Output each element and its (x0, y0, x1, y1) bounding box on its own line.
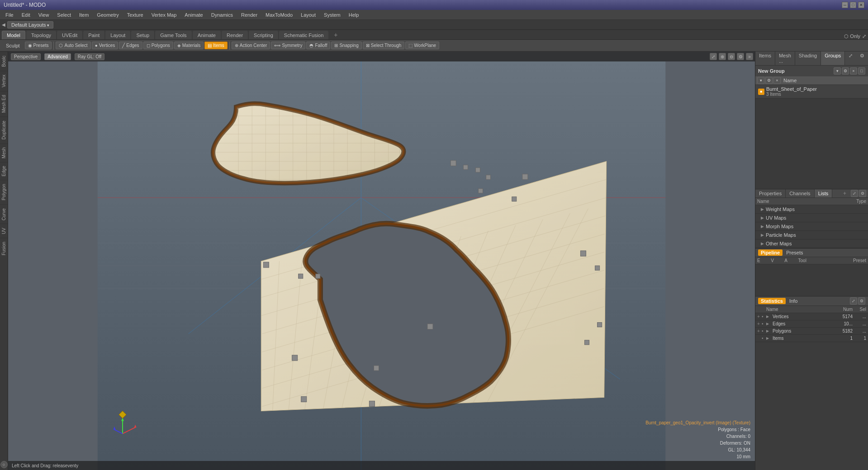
viewport-zoom-out-icon[interactable]: ⊖ (728, 53, 735, 60)
stats-settings-icon[interactable]: ⚙ (858, 297, 865, 305)
select-through-button[interactable]: ⊠ Select Through (363, 42, 405, 49)
rp-tab-shading[interactable]: Shading (795, 52, 821, 65)
left-tab-curve[interactable]: Curve (0, 204, 8, 224)
menu-texture[interactable]: Texture (123, 11, 147, 19)
tab-animate[interactable]: Animate (193, 31, 221, 39)
top-right-expand[interactable]: ⤢ (862, 33, 866, 39)
tab-schematic[interactable]: Schematic Fusion (279, 31, 328, 39)
menu-help[interactable]: Help (345, 11, 363, 19)
tab-uvedit[interactable]: UVEdit (57, 31, 82, 39)
tab-setup[interactable]: Setup (131, 31, 154, 39)
rp-top-section: Items Mesh ... Shading Groups ⤢ ⚙ New Gr… (755, 52, 868, 189)
rp-mid-tab-lists[interactable]: Lists (815, 189, 833, 197)
tab-game-tools[interactable]: Game Tools (155, 31, 192, 39)
menu-item[interactable]: Item (76, 11, 92, 19)
menu-select[interactable]: Select (53, 11, 75, 19)
falloff-button[interactable]: ◓ Falloff (306, 42, 330, 49)
menu-render[interactable]: Render (237, 11, 261, 19)
restore-button[interactable]: □ (850, 2, 856, 8)
viewport-raygl-btn[interactable]: Ray GL: Off (75, 53, 105, 60)
materials-button[interactable]: ◈ Materials (174, 42, 204, 49)
rp-mid-tab-channels[interactable]: Channels (786, 189, 814, 197)
rp-hbtn2-3[interactable]: × (773, 77, 781, 84)
close-button[interactable]: ✕ (858, 2, 864, 8)
rp-list-uv-maps[interactable]: ▶ UV Maps (755, 214, 868, 222)
rp-hbtn-2[interactable]: ⚙ (842, 67, 849, 75)
rp-statistics-section: Statistics Info ⤢ ⚙ Name Num Sel + • ▶ V… (755, 296, 868, 470)
polygons-button[interactable]: ◻ Polygons (143, 42, 173, 49)
rp-hbtn2-2[interactable]: ⚙ (765, 77, 773, 84)
viewport-advanced-btn[interactable]: Advanced (44, 53, 71, 60)
menu-system[interactable]: System (320, 11, 344, 19)
menu-vertex-map[interactable]: Vertex Map (148, 11, 180, 19)
rp-tab-settings[interactable]: ⚙ (856, 52, 868, 65)
tab-add-button[interactable]: + (331, 30, 340, 39)
viewport-more-icon[interactable]: » (746, 53, 753, 60)
menu-layout[interactable]: Layout (297, 11, 319, 19)
symmetry-button[interactable]: ⟺ Symmetry (271, 42, 305, 49)
tab-topology[interactable]: Topology (26, 31, 56, 39)
menu-edit[interactable]: Edit (18, 11, 34, 19)
snapping-button[interactable]: ⊞ Snapping (331, 42, 361, 49)
rp-hbtn-1[interactable]: ▾ (834, 67, 841, 75)
rp-list-particle-maps[interactable]: ▶ Particle Maps (755, 231, 868, 240)
workplane-label: WorkPlane (414, 43, 436, 48)
rp-mid-tab-properties[interactable]: Properties (755, 189, 786, 197)
menu-animate[interactable]: Animate (181, 11, 206, 19)
rp-mid-icon-expand[interactable]: ⤢ (851, 190, 858, 197)
left-tab-meshed[interactable]: Mesh Ed (0, 91, 8, 116)
menu-view[interactable]: View (35, 11, 53, 19)
left-tab-uv[interactable]: UV (0, 224, 8, 238)
svg-rect-33 (316, 274, 320, 278)
sculpt-button[interactable]: Sculpt (2, 42, 24, 50)
menu-dynamics[interactable]: Dynamics (208, 11, 237, 19)
menu-maxtomodo[interactable]: MaxToModo (262, 11, 296, 19)
rp-hbtn-3[interactable]: × (850, 67, 857, 75)
rp-tab-items[interactable]: Items (755, 52, 775, 65)
rp-mid-add-button[interactable]: + (840, 189, 849, 197)
vertices-button[interactable]: ● Vertices (92, 42, 119, 49)
minimize-button[interactable]: ─ (842, 2, 848, 8)
rp-tab-groups[interactable]: Groups (821, 52, 845, 65)
left-panel-expand[interactable]: ○ (0, 461, 8, 468)
rp-list-other-maps[interactable]: ▶ Other Maps (755, 240, 868, 248)
rp-burnt-paper-item[interactable]: ■ Burnt_Sheet_of_Paper 3 Items (755, 85, 868, 99)
tab-model[interactable]: Model (2, 31, 25, 39)
left-tab-fusion[interactable]: Fusion (0, 238, 8, 259)
menu-geometry[interactable]: Geometry (93, 11, 122, 19)
edges-button[interactable]: ╱ Edges (119, 42, 142, 49)
auto-select-button[interactable]: ⬡ Auto Select (56, 42, 90, 49)
layout-arrow-left[interactable]: ◀ (2, 22, 5, 27)
tab-paint[interactable]: Paint (83, 31, 104, 39)
tab-layout[interactable]: Layout (105, 31, 130, 39)
left-tab-duplicate[interactable]: Duplicate (0, 117, 8, 143)
left-tab-basic[interactable]: Boolc (0, 52, 8, 70)
presets-button[interactable]: ◉ Presets (25, 42, 52, 49)
workplane-button[interactable]: ⬚ WorkPlane (405, 42, 439, 49)
rp-mid-icon-settings[interactable]: ⚙ (859, 190, 866, 197)
viewport-zoom-in-icon[interactable]: ⊕ (719, 53, 726, 60)
action-center-button[interactable]: ⊕ Action Center (232, 42, 270, 49)
left-tab-polygon[interactable]: Polygon (0, 180, 8, 204)
rp-header-row2: ▾ ⚙ × Name (755, 76, 868, 85)
tab-render[interactable]: Render (222, 31, 248, 39)
rp-hbtn-4[interactable]: □ (858, 67, 865, 75)
menu-file[interactable]: File (2, 11, 17, 19)
left-tab-mesh[interactable]: Mesh (0, 143, 8, 162)
rp-tab-mesh[interactable]: Mesh ... (775, 52, 795, 65)
rp-tab-expand[interactable]: ⤢ (845, 52, 856, 65)
viewport-3d[interactable]: Perspective Advanced Ray GL: Off ⤢ ⊕ ⊖ ⚙… (8, 52, 755, 470)
svg-rect-45 (522, 174, 528, 179)
layout-dropdown[interactable]: Default Layouts (7, 21, 53, 28)
viewport-expand-icon[interactable]: ⤢ (710, 53, 717, 60)
left-tab-edge[interactable]: Edge (0, 162, 8, 180)
tab-scripting[interactable]: Scripting (249, 31, 278, 39)
left-tab-vertex[interactable]: Vertex (0, 70, 8, 91)
viewport-perspective-btn[interactable]: Perspective (11, 53, 41, 60)
rp-hbtn2-1[interactable]: ▾ (757, 77, 764, 84)
rp-list-morph-maps[interactable]: ▶ Morph Maps (755, 222, 868, 231)
items-button[interactable]: ▤ Items (204, 42, 227, 49)
rp-list-weight-maps[interactable]: ▶ Weight Maps (755, 205, 868, 214)
viewport-settings-icon[interactable]: ⚙ (737, 53, 744, 60)
stats-expand-icon[interactable]: ⤢ (850, 297, 857, 305)
